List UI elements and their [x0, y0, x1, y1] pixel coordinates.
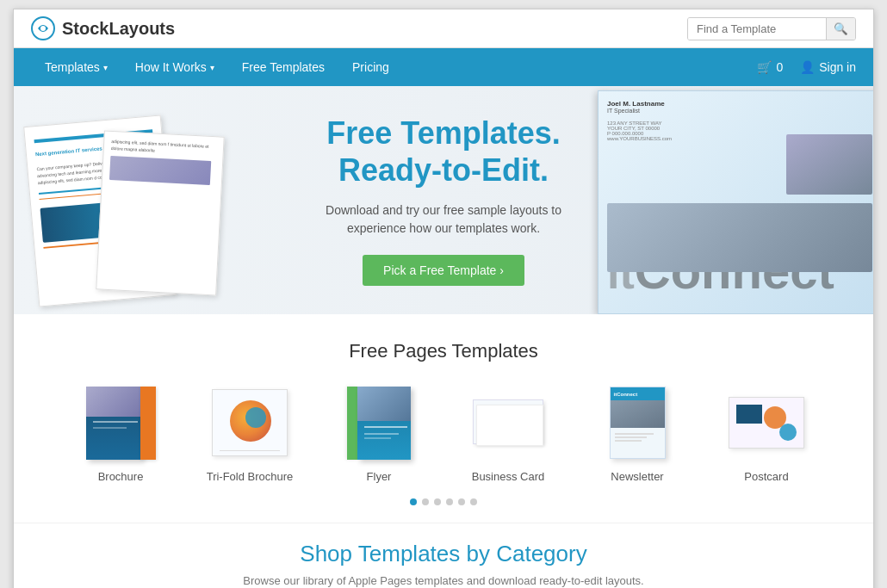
user-icon: 👤 — [800, 60, 815, 74]
carousel-dot-0[interactable] — [410, 498, 417, 505]
svg-point-1 — [40, 26, 46, 31]
decorative-brochure-2: adipiscing elit, sed diam nom f tincidun… — [96, 130, 224, 295]
template-thumb-flyer — [332, 384, 426, 461]
hero-title-line2: Ready-to-Edit. — [323, 152, 564, 189]
signin-label: Sign in — [819, 60, 856, 74]
template-thumb-brochure — [73, 384, 168, 461]
hero-title-line1: Free Templates. — [323, 115, 564, 152]
template-thumb-newsletter: itConnect — [590, 384, 685, 461]
template-item-brochure[interactable]: Brochure — [69, 384, 172, 483]
template-item-trifold[interactable]: Tri-Fold Brochure — [198, 384, 301, 483]
carousel-dot-4[interactable] — [458, 498, 465, 505]
nav-item-free-templates[interactable]: Free Templates — [228, 48, 338, 86]
search-bar: 🔍 — [687, 17, 856, 40]
template-label-flyer: Flyer — [367, 470, 392, 483]
template-thumb-trifold — [202, 384, 297, 461]
itconnect-card: Joel M. Lastname IT Specialist 123 ANY S… — [598, 90, 873, 314]
hero-cta-button[interactable]: Pick a Free Template › — [363, 255, 524, 286]
header: StockLayouts 🔍 — [14, 9, 873, 48]
template-thumb-postcard — [719, 384, 814, 461]
template-label-postcard: Postcard — [744, 470, 788, 483]
hero-right-decoration: Joel M. Lastname IT Specialist 123 ANY S… — [580, 86, 873, 314]
template-item-flyer[interactable]: Flyer — [327, 384, 431, 483]
search-button[interactable]: 🔍 — [826, 18, 855, 40]
carousel-dot-2[interactable] — [434, 498, 441, 505]
nav-item-templates[interactable]: Templates ▾ — [31, 48, 121, 86]
hero-subtitle: Download and try our free sample layouts… — [323, 201, 564, 238]
category-section: Shop Templates by Category Browse our li… — [14, 523, 873, 588]
cart-icon: 🛒 — [757, 60, 772, 74]
templates-section: Free Pages Templates Brochure — [14, 314, 873, 523]
signin-button[interactable]: 👤 Sign in — [800, 60, 856, 74]
templates-grid: Brochure Tri-Fold Brochure — [31, 384, 856, 483]
template-label-brochure: Brochure — [98, 470, 144, 483]
cart-count: 0 — [776, 60, 783, 74]
search-input[interactable] — [688, 18, 826, 40]
logo-icon — [31, 16, 55, 40]
carousel-dots — [31, 498, 856, 505]
carousel-dot-3[interactable] — [446, 498, 453, 505]
template-label-newsletter: Newsletter — [611, 470, 663, 483]
nav-right: 🛒 0 👤 Sign in — [757, 60, 856, 74]
cart-button[interactable]: 🛒 0 — [757, 60, 783, 74]
carousel-dot-5[interactable] — [470, 498, 477, 505]
carousel-dot-1[interactable] — [422, 498, 429, 505]
logo-text: StockLayouts — [62, 19, 175, 39]
nav-item-pricing[interactable]: Pricing — [338, 48, 403, 86]
template-item-bizcard[interactable]: Technology company name here Business Ca… — [456, 384, 560, 483]
nav-item-how-it-works[interactable]: How It Works ▾ — [121, 48, 228, 86]
category-section-title: Shop Templates by Category — [31, 541, 856, 567]
hero-banner: Next generation IT services Can your com… — [14, 86, 873, 314]
page-wrapper: StockLayouts 🔍 Templates ▾ How It Works … — [13, 9, 874, 588]
template-item-postcard[interactable]: Postcard — [715, 384, 818, 483]
category-section-subtitle: Browse our library of Apple Pages templa… — [31, 574, 856, 587]
template-thumb-bizcard: Technology company name here — [461, 384, 555, 461]
templates-section-title: Free Pages Templates — [31, 340, 856, 362]
hero-content: Free Templates. Ready-to-Edit. Download … — [306, 115, 581, 286]
hero-left-decoration: Next generation IT services Can your com… — [14, 86, 324, 314]
nav-left: Templates ▾ How It Works ▾ Free Template… — [31, 48, 403, 86]
hero-title: Free Templates. Ready-to-Edit. — [323, 115, 564, 189]
nav: Templates ▾ How It Works ▾ Free Template… — [14, 48, 873, 86]
chevron-down-icon: ▾ — [103, 63, 108, 72]
template-item-newsletter[interactable]: itConnect Newsletter — [586, 384, 689, 483]
logo[interactable]: StockLayouts — [31, 16, 175, 40]
chevron-down-icon: ▾ — [210, 63, 214, 72]
template-label-trifold: Tri-Fold Brochure — [207, 470, 294, 483]
template-label-bizcard: Business Card — [472, 470, 545, 483]
